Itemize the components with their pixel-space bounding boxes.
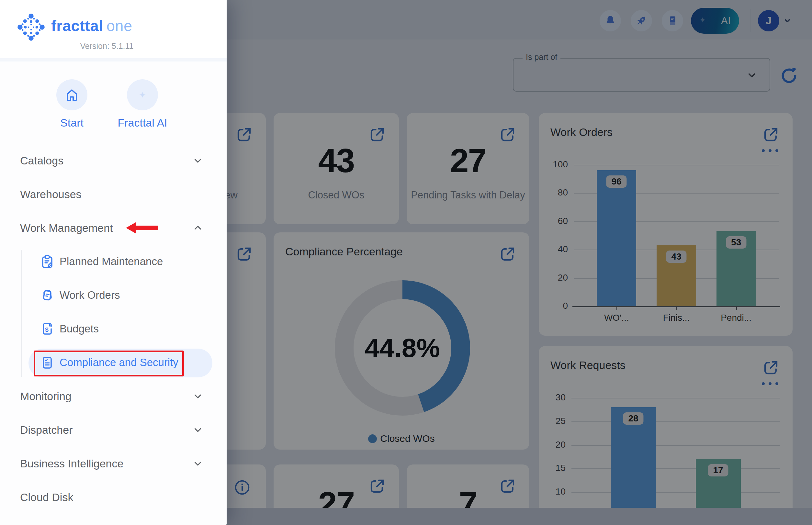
sidebar-item-label: Cloud Disk	[20, 491, 73, 504]
chevron-up-icon	[192, 222, 203, 234]
sidebar-item-planned-maintenance[interactable]: Planned Maintenance	[0, 247, 227, 276]
shortcut-start[interactable]	[56, 79, 87, 110]
svg-text:$: $	[45, 326, 48, 333]
sidebar-item-cloud-disk[interactable]: Cloud Disk	[0, 483, 227, 512]
shortcut-fracttal-ai[interactable]: ✦	[127, 79, 158, 110]
sidebar-item-monitoring[interactable]: Monitoring	[0, 381, 227, 411]
sidebar-item-work-management[interactable]: Work Management	[0, 213, 227, 242]
fracttal-one-app: ✦ AI J Is part of ew	[0, 0, 812, 525]
sidebar-item-label: Warehouses	[20, 188, 82, 201]
sidebar-item-dispatcher[interactable]: Dispatcher	[0, 415, 227, 445]
sparkle-icon: ✦	[139, 90, 146, 100]
sidebar-item-label: Business Intelligence	[20, 457, 123, 470]
home-icon	[64, 87, 80, 103]
sidebar-item-label: Catalogs	[20, 154, 63, 167]
submenu-indent-guide	[21, 250, 22, 377]
chevron-down-icon	[192, 391, 203, 402]
sidebar-item-label: Compliance and Security	[60, 356, 178, 369]
sidebar-item-business-intelligence[interactable]: Business Intelligence	[0, 449, 227, 478]
sidebar-item-catalogs[interactable]: Catalogs	[0, 146, 227, 175]
chevron-down-icon	[192, 458, 203, 469]
sidebar-item-work-orders[interactable]: Work Orders	[0, 281, 227, 310]
sidebar-item-label: Work Management	[20, 222, 113, 234]
sidebar-item-label: Work Orders	[60, 289, 120, 301]
fracttal-logo-text: fracttalone	[51, 17, 132, 35]
sidebar-item-label: Dispatcher	[20, 424, 73, 436]
version-text: Version: 5.1.11	[42, 42, 172, 51]
chevron-down-icon	[192, 155, 203, 166]
sidebar-item-budgets[interactable]: $ Budgets	[0, 314, 227, 343]
chevron-down-icon	[192, 424, 203, 435]
budget-icon: $	[40, 321, 55, 336]
red-arrow-annotation	[126, 222, 158, 234]
fracttal-logo-icon	[17, 13, 45, 42]
drawer-header: fracttalone Version: 5.1.11	[0, 0, 227, 61]
checklist-icon	[40, 355, 55, 370]
documents-icon	[40, 287, 55, 303]
sidebar-item-label: Budgets	[60, 323, 99, 335]
sidebar-item-warehouses[interactable]: Warehouses	[0, 180, 227, 209]
main-menu-drawer: fracttalone Version: 5.1.11 ✦ Start Frac…	[0, 0, 227, 525]
clipboard-edit-icon	[40, 254, 55, 269]
sidebar-item-label: Planned Maintenance	[60, 255, 163, 268]
sidebar-item-label: Monitoring	[20, 390, 72, 403]
shortcut-fracttal-ai-label[interactable]: Fracttal AI	[100, 117, 184, 129]
